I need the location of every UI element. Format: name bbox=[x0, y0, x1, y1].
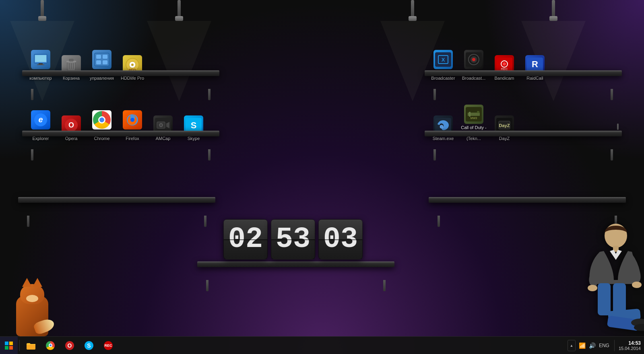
taskbar-sep-1 bbox=[19, 340, 20, 351]
shelf-lower-right bbox=[429, 197, 626, 215]
shelf-bracket-trr bbox=[611, 89, 613, 100]
shelf-bottom-center bbox=[197, 261, 394, 279]
chrome-icon-img bbox=[92, 110, 111, 130]
spotlight-1 bbox=[36, 0, 48, 21]
taskbar-sep-2 bbox=[614, 340, 615, 351]
svg-rect-12 bbox=[103, 55, 107, 59]
man-silhouette bbox=[572, 224, 636, 336]
clock-seconds: 03 bbox=[318, 219, 363, 259]
panel-icon-img bbox=[92, 50, 111, 69]
svg-rect-65 bbox=[5, 342, 8, 345]
svg-point-28 bbox=[503, 62, 506, 66]
system-tray: 📶 🔊 ENG bbox=[578, 342, 610, 350]
fox-figure bbox=[12, 272, 52, 336]
spotlight-pole bbox=[178, 0, 181, 16]
file-explorer-icon bbox=[26, 341, 36, 350]
clock-hours: 02 bbox=[223, 219, 268, 259]
svg-rect-11 bbox=[96, 55, 101, 59]
shelf-board-bc bbox=[197, 261, 394, 267]
spotlight-head bbox=[175, 16, 183, 21]
taskbar-right: ▲ 📶 🔊 ENG 14:53 15.04.2014 bbox=[564, 340, 644, 351]
shelf-bracket-mrr bbox=[611, 149, 613, 161]
svg-rect-49 bbox=[469, 112, 471, 117]
cod-icon-img: MW3 bbox=[464, 105, 483, 124]
svg-rect-59 bbox=[598, 283, 611, 315]
taskbar-file-explorer[interactable] bbox=[22, 337, 40, 354]
svg-rect-2 bbox=[39, 63, 43, 64]
chrome-ring bbox=[93, 111, 111, 129]
fox-ear-left bbox=[22, 278, 32, 287]
spotlight-3 bbox=[407, 0, 419, 21]
man-decoration bbox=[564, 216, 644, 336]
shelf-bracket-bcl bbox=[206, 280, 208, 291]
svg-text:e: e bbox=[38, 115, 43, 124]
chevron-up-icon: ▲ bbox=[570, 344, 573, 348]
spotlight-pole bbox=[552, 0, 555, 16]
ie-icon-img: e bbox=[31, 110, 50, 130]
volume-icon[interactable]: 🔊 bbox=[588, 342, 597, 350]
svg-point-42 bbox=[160, 124, 162, 126]
language-indicator[interactable]: ENG bbox=[598, 342, 610, 349]
svg-rect-66 bbox=[9, 342, 13, 345]
svg-rect-68 bbox=[9, 346, 13, 350]
svg-text:O: O bbox=[68, 121, 74, 129]
shelf-bracket-lll bbox=[27, 216, 29, 227]
chrome-center-small bbox=[49, 344, 52, 347]
shelf-mid-right: Steam.exe MW3 Call of Duty - MW3 (Tekn..… bbox=[425, 131, 622, 148]
taskbar-opera[interactable]: O bbox=[61, 337, 78, 354]
shelf-bracket-trl bbox=[433, 89, 436, 100]
taskbar-skype-icon: S bbox=[85, 341, 93, 350]
svg-rect-13 bbox=[96, 60, 101, 64]
spotlight-2 bbox=[173, 0, 185, 21]
taskbar-bandicam-icon: REC bbox=[104, 341, 113, 350]
svg-text:DayZ: DayZ bbox=[499, 123, 510, 128]
svg-rect-14 bbox=[103, 60, 107, 64]
shelf-bracket-left bbox=[31, 89, 33, 100]
shelf-bracket-bcr bbox=[383, 280, 386, 291]
shelf-top-right: X XSplit Broadcaster Open Broadcast... R… bbox=[425, 70, 622, 88]
fox-snout bbox=[26, 295, 38, 302]
svg-text:MW3: MW3 bbox=[471, 117, 477, 119]
shelf-mid-left: e Internet Explorer O Opera Google Chrom… bbox=[22, 131, 219, 148]
taskbar-opera-icon: O bbox=[65, 341, 74, 350]
show-hidden-button[interactable]: ▲ bbox=[568, 340, 576, 351]
shelf-board-mid-right bbox=[425, 131, 622, 136]
taskbar-bandicam[interactable]: REC bbox=[99, 337, 117, 354]
shelf-lower-left bbox=[18, 197, 215, 215]
taskbar-chrome[interactable] bbox=[41, 337, 59, 354]
shelf-bracket-mrl bbox=[433, 149, 436, 161]
svg-point-58 bbox=[632, 282, 642, 288]
fox-ear-right bbox=[33, 278, 42, 287]
taskbar-time-value: 14:53 bbox=[619, 340, 641, 346]
svg-rect-1 bbox=[35, 55, 46, 62]
xsplit-icon-img: X bbox=[433, 50, 453, 69]
network-icon[interactable]: 📶 bbox=[578, 342, 586, 350]
svg-point-25 bbox=[472, 58, 475, 61]
clock-minutes: 53 bbox=[271, 219, 315, 259]
svg-rect-3 bbox=[37, 64, 44, 65]
shelf-bracket-mlr bbox=[208, 149, 211, 161]
svg-point-46 bbox=[440, 125, 443, 128]
shelf-bracket-mll bbox=[31, 149, 33, 161]
shelf-board-top-right bbox=[425, 70, 622, 76]
shelf-bracket-llr bbox=[204, 216, 206, 227]
svg-text:X: X bbox=[442, 57, 445, 63]
shelf-board-top-left bbox=[22, 70, 219, 76]
shelf-board-lr bbox=[429, 197, 626, 203]
fox-head bbox=[20, 284, 44, 304]
taskbar-clock[interactable]: 14:53 15.04.2014 bbox=[619, 340, 641, 351]
spotlight-head bbox=[549, 16, 557, 21]
flip-clock: 02 53 03 bbox=[223, 219, 363, 259]
firefox-icon-img bbox=[123, 110, 142, 130]
svg-rect-6 bbox=[69, 59, 73, 61]
spotlight-pole bbox=[411, 0, 414, 16]
taskbar: O S REC ▲ 📶 🔊 ENG 14:53 15.04.2014 bbox=[0, 336, 644, 354]
spotlight-4 bbox=[547, 0, 559, 21]
spotlight-head bbox=[409, 16, 417, 21]
start-button[interactable] bbox=[0, 337, 18, 354]
taskbar-chrome-icon bbox=[46, 341, 55, 350]
obs-icon-img bbox=[464, 50, 483, 69]
svg-text:R: R bbox=[532, 59, 538, 69]
taskbar-skype[interactable]: S bbox=[80, 337, 98, 354]
man-svg bbox=[572, 224, 644, 336]
